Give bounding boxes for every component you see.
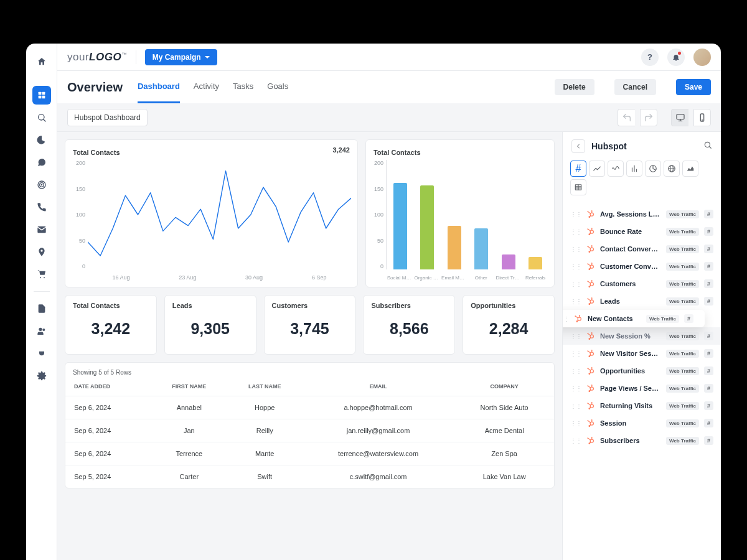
drag-handle-icon[interactable]: ⋮⋮: [570, 368, 581, 375]
stat-card-2[interactable]: Customers3,745: [264, 295, 356, 355]
tab-dashboard[interactable]: Dashboard: [138, 71, 180, 103]
notifications-button[interactable]: [667, 49, 685, 66]
undo-button[interactable]: [618, 109, 635, 126]
type-bar-icon[interactable]: [626, 161, 642, 177]
metric-item[interactable]: ⋮⋮Contact Conversion RateWeb Traffic#: [563, 240, 721, 258]
cancel-button[interactable]: Cancel: [614, 79, 656, 95]
drag-handle-icon[interactable]: ⋮⋮: [570, 385, 581, 392]
metric-item[interactable]: ⋮⋮Customer Conversion RateWeb Traffic#: [563, 258, 721, 275]
desktop-view-button[interactable]: [671, 109, 688, 126]
bar-5[interactable]: [529, 257, 542, 269]
bar-1[interactable]: [420, 185, 434, 269]
metric-item[interactable]: ⋮⋮New Visitor SessionsWeb Traffic#: [563, 345, 721, 362]
table-header[interactable]: COMPANY: [454, 380, 554, 396]
metric-item[interactable]: ⋮⋮Avg. Sessions LengthWeb Traffic#: [563, 205, 721, 223]
chat-icon[interactable]: [32, 153, 51, 172]
metric-item[interactable]: ⋮⋮CustomersWeb Traffic#: [563, 275, 721, 292]
stat-card-4[interactable]: Opportunities2,284: [463, 295, 555, 355]
bar-chart-card[interactable]: Total Contacts 200150100500 Social Media…: [365, 139, 555, 287]
campaign-dropdown[interactable]: My Campaign: [145, 49, 217, 65]
drag-handle-icon[interactable]: ⋮⋮: [570, 211, 581, 218]
metric-item[interactable]: ⋮⋮Bounce RateWeb Traffic#: [563, 223, 721, 240]
table-header[interactable]: DATE ADDED: [65, 380, 151, 396]
type-pie-icon[interactable]: [645, 161, 661, 177]
svg-point-9: [40, 250, 42, 251]
drag-handle-icon[interactable]: ⋮⋮: [570, 263, 581, 270]
redo-button[interactable]: [640, 109, 657, 126]
delete-button[interactable]: Delete: [555, 79, 594, 95]
drag-handle-icon[interactable]: ⋮⋮: [570, 420, 581, 427]
hubspot-icon: [574, 314, 583, 323]
metric-item[interactable]: ⋮⋮SubscribersWeb Traffic#: [563, 432, 721, 449]
target-icon[interactable]: [32, 175, 51, 194]
back-button[interactable]: [571, 139, 585, 153]
table-row[interactable]: Sep 6, 2024TerrenceManteterrence@watersv…: [65, 442, 554, 465]
users-icon[interactable]: [32, 322, 51, 340]
table-row[interactable]: Sep 6, 2024AnnabelHoppea.hoppe@hotmail.c…: [65, 396, 554, 419]
svg-point-79: [575, 315, 576, 317]
stat-value: 8,566: [371, 309, 447, 348]
table-row[interactable]: Sep 6, 2024JanReillyjan.reiily@gmail.com…: [65, 419, 554, 442]
cart-icon[interactable]: [32, 265, 51, 284]
table-header[interactable]: EMAIL: [302, 380, 454, 396]
drag-handle-icon[interactable]: ⋮⋮: [570, 437, 581, 444]
table-header[interactable]: FIRST NAME: [151, 380, 227, 396]
metric-type: #: [704, 262, 713, 271]
drag-handle-icon[interactable]: ⋮⋮: [570, 246, 581, 253]
phone-icon[interactable]: [32, 198, 51, 217]
type-wave-icon[interactable]: [608, 161, 624, 177]
user-avatar[interactable]: [693, 49, 711, 66]
metric-item[interactable]: ⋮⋮Page Views / SessionWeb Traffic#: [563, 380, 721, 397]
type-table-icon[interactable]: [570, 179, 586, 195]
metric-item[interactable]: ⋮⋮SessionWeb Traffic#: [563, 414, 721, 432]
type-line-icon[interactable]: [589, 161, 605, 177]
location-icon[interactable]: [32, 243, 51, 261]
dashboard-name-input[interactable]: Hubspot Dashboard: [67, 109, 148, 126]
table-header[interactable]: LAST NAME: [228, 380, 302, 396]
bar-2[interactable]: [448, 226, 461, 269]
bar-4[interactable]: [502, 254, 515, 269]
metric-item[interactable]: ⋮⋮Returning VisitsWeb Traffic#: [563, 397, 721, 414]
mobile-view-button[interactable]: [693, 109, 711, 126]
stat-card-0[interactable]: Total Contacts3,242: [65, 295, 157, 355]
bar-0[interactable]: [393, 183, 407, 269]
tab-goals[interactable]: Goals: [267, 71, 288, 103]
stat-card-1[interactable]: Leads9,305: [164, 295, 256, 355]
svg-point-112: [591, 402, 593, 403]
type-number-icon[interactable]: #: [570, 161, 586, 177]
home-icon[interactable]: [32, 52, 51, 71]
mail-icon[interactable]: [32, 220, 51, 239]
tab-activity[interactable]: Activity: [194, 71, 219, 103]
pie-chart-icon[interactable]: [32, 131, 51, 149]
svg-point-42: [591, 228, 593, 229]
dashboard-icon[interactable]: [32, 86, 51, 105]
stat-card-3[interactable]: Subscribers8,566: [363, 295, 455, 355]
panel-search-icon[interactable]: [703, 141, 712, 152]
drag-handle-icon[interactable]: ⋮⋮: [570, 333, 581, 340]
table-row[interactable]: Sep 5, 2024CarterSwiftc.switf@gmail.comL…: [65, 465, 554, 488]
file-icon[interactable]: [32, 299, 51, 318]
type-globe-icon[interactable]: [664, 161, 680, 177]
metric-type: #: [704, 245, 713, 253]
drag-handle-icon[interactable]: ⋮⋮: [570, 298, 581, 305]
drag-handle-icon[interactable]: ⋮⋮: [570, 281, 581, 287]
line-chart-card[interactable]: Total Contacts 3,242 200150100500 16 Aug…: [65, 139, 358, 287]
settings-icon[interactable]: [32, 366, 51, 385]
save-button[interactable]: Save: [676, 79, 711, 95]
metric-item[interactable]: ⋮⋮New Session %Web Traffic#: [563, 327, 721, 345]
bar-3[interactable]: [474, 228, 488, 269]
drag-handle-icon[interactable]: ⋮⋮: [570, 350, 581, 357]
search-icon[interactable]: [32, 108, 51, 127]
type-area-icon[interactable]: [682, 161, 698, 177]
drag-handle-icon[interactable]: ⋮⋮: [563, 315, 569, 322]
notification-dot-icon: [678, 52, 681, 55]
tab-tasks[interactable]: Tasks: [233, 71, 253, 103]
help-button[interactable]: ?: [641, 49, 659, 66]
drag-handle-icon[interactable]: ⋮⋮: [570, 403, 581, 409]
metric-item[interactable]: ⋮⋮OpportunitiesWeb Traffic#: [563, 362, 721, 380]
toolbar: Hubspot Dashboard: [57, 103, 721, 132]
metric-item[interactable]: ⋮⋮LeadsWeb Traffic#: [563, 292, 721, 310]
metric-item[interactable]: ⋮⋮New ContactsWeb Traffic#: [563, 310, 705, 327]
plug-icon[interactable]: [32, 344, 51, 363]
drag-handle-icon[interactable]: ⋮⋮: [570, 228, 581, 235]
